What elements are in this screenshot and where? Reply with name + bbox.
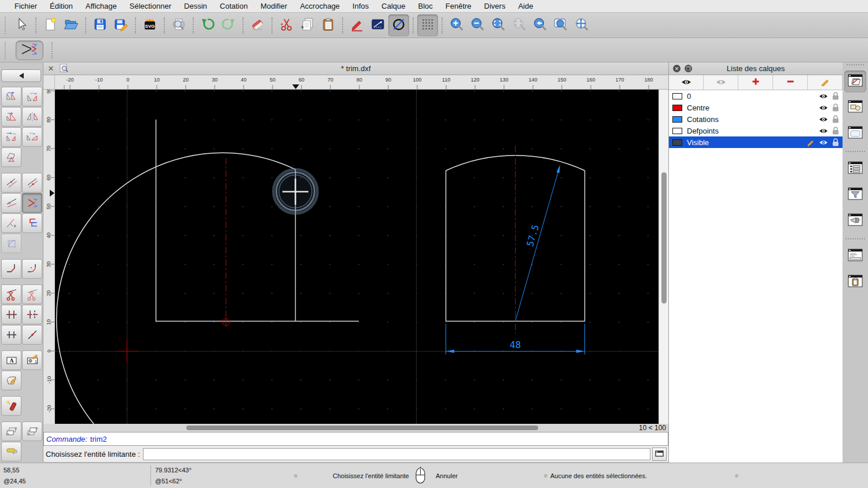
redo-button[interactable] — [218, 14, 239, 36]
menu-item[interactable]: Sélectionner — [123, 2, 178, 10]
menu-item[interactable]: Fichier — [8, 2, 43, 10]
layer-row-3[interactable]: Defpoints — [669, 125, 843, 136]
tool-scale[interactable] — [1, 107, 21, 127]
tool-stretch[interactable] — [1, 325, 21, 345]
tool-fillet[interactable] — [22, 259, 42, 279]
block-list-panel-button[interactable] — [844, 97, 866, 119]
circle-slash-button[interactable] — [388, 14, 409, 36]
tool-rotate[interactable] — [22, 87, 42, 106]
dock-handle[interactable] — [847, 64, 864, 67]
layer-lock-icon[interactable] — [832, 138, 839, 146]
layer-row-1[interactable]: Centre — [669, 102, 843, 113]
tool-order-back[interactable] — [22, 422, 42, 441]
menu-item[interactable]: Dessin — [178, 2, 214, 10]
command-input[interactable] — [143, 448, 650, 460]
menu-item[interactable]: Cotation — [214, 2, 254, 10]
menu-item[interactable]: Affichage — [79, 2, 123, 10]
zoom-auto-button[interactable] — [488, 14, 509, 36]
layer-visible-eye-icon[interactable] — [819, 128, 828, 134]
save-button[interactable] — [90, 14, 111, 36]
edit-properties-button[interactable] — [347, 14, 367, 36]
tool-divide[interactable] — [1, 284, 21, 304]
layer-edit-pencil-icon[interactable] — [807, 138, 815, 146]
layer-visible-eye-icon[interactable] — [819, 139, 828, 146]
layer-lock-icon[interactable] — [832, 92, 839, 100]
tool-offset[interactable] — [1, 173, 21, 193]
tool-break-out[interactable] — [1, 305, 21, 324]
zoom-previous-button[interactable] — [529, 14, 550, 36]
palette-back-button[interactable] — [1, 69, 41, 82]
menu-item[interactable]: Infos — [346, 2, 375, 10]
tool-chamfer[interactable] — [1, 259, 21, 279]
add-layer-button[interactable] — [738, 75, 773, 90]
layer-visible-eye-icon[interactable] — [819, 116, 828, 123]
layer-list-panel-button[interactable] — [844, 71, 866, 93]
undo-button[interactable] — [197, 14, 218, 36]
menu-item[interactable]: Fenêtre — [439, 2, 478, 10]
tool-break-out-gap[interactable] — [22, 305, 42, 324]
tool-edit-hatch[interactable] — [1, 371, 21, 390]
menu-item[interactable]: Divers — [478, 2, 512, 10]
horizontal-scrollbar-thumb[interactable] — [186, 426, 538, 430]
grid-toggle-button[interactable] — [417, 14, 438, 36]
save-as-button[interactable] — [111, 14, 131, 36]
tool-mirror[interactable] — [22, 107, 42, 127]
layer-lock-icon[interactable] — [832, 103, 839, 112]
copy-button[interactable] — [297, 14, 318, 36]
cut-button[interactable] — [276, 14, 297, 36]
tool-offset-point[interactable] — [22, 173, 42, 193]
edit-layer-button[interactable] — [808, 75, 843, 90]
layer-visible-eye-icon[interactable] — [819, 105, 828, 111]
svg-export-button[interactable]: SVG — [139, 14, 160, 36]
tool-edit-text[interactable]: A — [1, 350, 21, 370]
selection-filter-panel-button[interactable] — [844, 184, 866, 206]
menu-item[interactable]: Accrochage — [293, 2, 346, 10]
print-preview-button[interactable] — [168, 14, 189, 36]
vertical-scrollbar-thumb[interactable] — [661, 172, 667, 304]
zoom-in-button[interactable] — [446, 14, 467, 36]
zoom-window-button[interactable] — [550, 14, 571, 36]
menu-item[interactable]: Calque — [375, 2, 411, 10]
layer-row-2[interactable]: Cotations — [669, 113, 843, 125]
menu-item[interactable]: Aide — [512, 2, 539, 10]
pan-button[interactable] — [571, 14, 592, 36]
library-browser-panel-button[interactable] — [844, 123, 866, 145]
menu-item[interactable]: Édition — [43, 2, 79, 10]
layer-lock-icon[interactable] — [832, 127, 839, 135]
tool-rotate-two[interactable] — [22, 127, 42, 147]
layer-row-4-selected[interactable]: Visible — [669, 136, 843, 148]
zoom-out-button[interactable] — [467, 14, 488, 36]
horizontal-scrollbar[interactable]: 10 < 100 — [43, 424, 668, 432]
tool-divide-2[interactable] — [22, 284, 42, 304]
tool-explode[interactable] — [1, 396, 21, 416]
vertical-scrollbar[interactable] — [659, 90, 668, 424]
layer-lock-icon[interactable] — [832, 115, 839, 123]
drawing-canvas[interactable]: 57.5 48 — [55, 90, 659, 424]
tool-order-front[interactable] — [1, 422, 21, 441]
layer-visible-eye-icon[interactable] — [819, 93, 828, 99]
show-all-layers-button[interactable] — [669, 75, 704, 90]
tool-edit-dimension[interactable]: .1 — [22, 350, 42, 370]
delete-eraser-button[interactable] — [247, 14, 268, 36]
new-file-button[interactable] — [40, 14, 61, 36]
tool-move-rotate[interactable] — [1, 127, 21, 147]
zoom-selection-button[interactable] — [509, 14, 529, 36]
tool-trim-two[interactable] — [22, 193, 42, 213]
property-editor-panel-button[interactable] — [844, 158, 866, 180]
menu-item[interactable]: Modifier — [254, 2, 293, 10]
paste-button[interactable] — [318, 14, 339, 36]
measure-distance-button[interactable] — [367, 14, 388, 36]
tool-trim[interactable] — [1, 193, 21, 213]
open-file-button[interactable] — [61, 14, 82, 36]
menu-item[interactable]: Bloc — [411, 2, 439, 10]
layer-row-0[interactable]: 0 — [669, 90, 843, 102]
command-window-button[interactable] — [652, 448, 667, 461]
announcer-panel-button[interactable] — [844, 210, 866, 232]
active-trim-two-tool-button[interactable] — [16, 40, 43, 60]
tool-move-copy[interactable] — [1, 87, 21, 106]
clipboard-panel-button[interactable] — [844, 271, 866, 293]
pointer-tool-button[interactable] — [11, 14, 32, 36]
toolbar-handle[interactable] — [5, 42, 8, 59]
tool-project-shape[interactable] — [1, 147, 21, 167]
hide-all-layers-button[interactable] — [704, 75, 738, 90]
